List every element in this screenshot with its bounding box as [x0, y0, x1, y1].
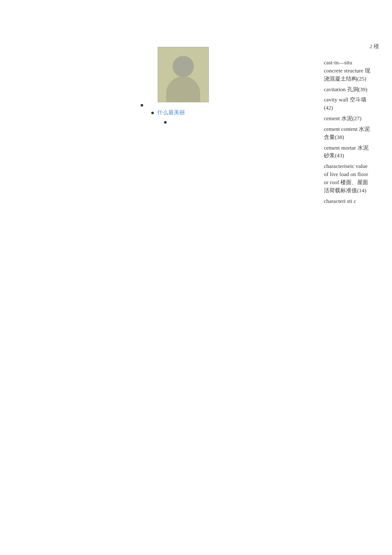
term-cement: cement 水泥(27) — [324, 115, 371, 123]
bullet-icon-3 — [164, 121, 167, 124]
right-sidebar: 2 楼 cast-in—situ concrete structure 现浇混凝… — [324, 43, 379, 208]
link-shenme-zuimei[interactable]: 什么最美丽 — [157, 109, 185, 116]
term-characteristic-c: characteri sti c — [324, 197, 371, 205]
term-characteristic-live-load: characteriseic value of live load on flo… — [324, 162, 371, 194]
avatar-body-shape — [166, 76, 200, 102]
term-cast-in-situ: cast-in—situ concrete structure 现浇混凝土结构(… — [324, 59, 371, 83]
bullet-icon-2 — [151, 112, 154, 114]
bullet-item-link: 什么最美丽 — [151, 109, 185, 116]
term-cavity-wall: cavity wall 空斗墙(42) — [324, 96, 371, 112]
floor-label: 2 楼 — [324, 43, 379, 50]
avatar-head-shape — [173, 56, 194, 77]
avatar — [158, 47, 209, 102]
bullet-icon-1 — [141, 104, 143, 107]
term-cement-content: cement content 水泥含量(38) — [324, 125, 371, 142]
bullet-dot-3 — [164, 119, 168, 125]
bullet-dot-1 — [141, 101, 145, 108]
page-container: 什么最美丽 2 楼 cast-in—situ concrete structur… — [0, 0, 392, 555]
term-list: cast-in—situ concrete structure 现浇混凝土结构(… — [324, 59, 371, 205]
avatar-container — [158, 47, 209, 102]
term-cement-mortar: cement mortar 水泥砂浆(43) — [324, 144, 371, 160]
term-cavitation: cavitation 孔洞(39) — [324, 86, 371, 94]
